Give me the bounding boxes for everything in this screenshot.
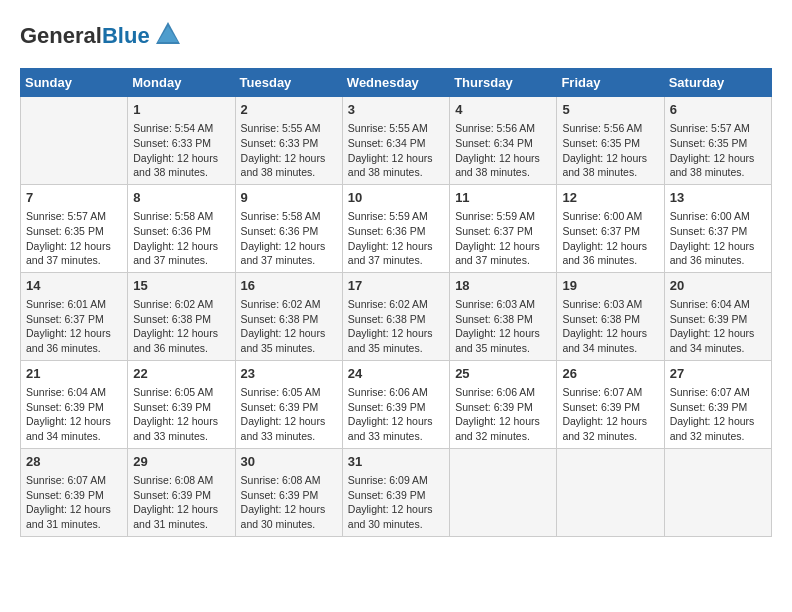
calendar-cell xyxy=(557,448,664,536)
day-info: Sunrise: 6:00 AM Sunset: 6:37 PM Dayligh… xyxy=(562,209,658,268)
calendar-cell: 8Sunrise: 5:58 AM Sunset: 6:36 PM Daylig… xyxy=(128,184,235,272)
day-number: 30 xyxy=(241,453,337,471)
day-number: 28 xyxy=(26,453,122,471)
calendar-cell: 26Sunrise: 6:07 AM Sunset: 6:39 PM Dayli… xyxy=(557,360,664,448)
logo: GeneralBlue xyxy=(20,20,182,52)
calendar-week-row: 21Sunrise: 6:04 AM Sunset: 6:39 PM Dayli… xyxy=(21,360,772,448)
calendar-cell: 17Sunrise: 6:02 AM Sunset: 6:38 PM Dayli… xyxy=(342,272,449,360)
calendar-cell: 31Sunrise: 6:09 AM Sunset: 6:39 PM Dayli… xyxy=(342,448,449,536)
calendar-cell: 23Sunrise: 6:05 AM Sunset: 6:39 PM Dayli… xyxy=(235,360,342,448)
day-info: Sunrise: 6:02 AM Sunset: 6:38 PM Dayligh… xyxy=(133,297,229,356)
calendar-week-row: 7Sunrise: 5:57 AM Sunset: 6:35 PM Daylig… xyxy=(21,184,772,272)
calendar-cell: 16Sunrise: 6:02 AM Sunset: 6:38 PM Dayli… xyxy=(235,272,342,360)
calendar-cell: 18Sunrise: 6:03 AM Sunset: 6:38 PM Dayli… xyxy=(450,272,557,360)
day-info: Sunrise: 5:57 AM Sunset: 6:35 PM Dayligh… xyxy=(26,209,122,268)
day-info: Sunrise: 6:05 AM Sunset: 6:39 PM Dayligh… xyxy=(241,385,337,444)
day-number: 1 xyxy=(133,101,229,119)
day-info: Sunrise: 6:02 AM Sunset: 6:38 PM Dayligh… xyxy=(241,297,337,356)
day-info: Sunrise: 6:00 AM Sunset: 6:37 PM Dayligh… xyxy=(670,209,766,268)
page-header: GeneralBlue xyxy=(20,20,772,52)
day-info: Sunrise: 6:08 AM Sunset: 6:39 PM Dayligh… xyxy=(133,473,229,532)
day-number: 13 xyxy=(670,189,766,207)
calendar-cell: 11Sunrise: 5:59 AM Sunset: 6:37 PM Dayli… xyxy=(450,184,557,272)
day-number: 20 xyxy=(670,277,766,295)
column-header-tuesday: Tuesday xyxy=(235,69,342,97)
calendar-cell: 21Sunrise: 6:04 AM Sunset: 6:39 PM Dayli… xyxy=(21,360,128,448)
day-number: 18 xyxy=(455,277,551,295)
calendar-cell: 19Sunrise: 6:03 AM Sunset: 6:38 PM Dayli… xyxy=(557,272,664,360)
calendar-cell: 6Sunrise: 5:57 AM Sunset: 6:35 PM Daylig… xyxy=(664,97,771,185)
column-header-sunday: Sunday xyxy=(21,69,128,97)
day-number: 2 xyxy=(241,101,337,119)
logo-blue: Blue xyxy=(102,23,150,48)
day-number: 26 xyxy=(562,365,658,383)
calendar-cell: 2Sunrise: 5:55 AM Sunset: 6:33 PM Daylig… xyxy=(235,97,342,185)
day-number: 22 xyxy=(133,365,229,383)
calendar-cell: 22Sunrise: 6:05 AM Sunset: 6:39 PM Dayli… xyxy=(128,360,235,448)
day-info: Sunrise: 6:06 AM Sunset: 6:39 PM Dayligh… xyxy=(455,385,551,444)
column-header-saturday: Saturday xyxy=(664,69,771,97)
day-info: Sunrise: 5:57 AM Sunset: 6:35 PM Dayligh… xyxy=(670,121,766,180)
calendar-cell: 29Sunrise: 6:08 AM Sunset: 6:39 PM Dayli… xyxy=(128,448,235,536)
calendar-header-row: SundayMondayTuesdayWednesdayThursdayFrid… xyxy=(21,69,772,97)
day-info: Sunrise: 6:07 AM Sunset: 6:39 PM Dayligh… xyxy=(670,385,766,444)
day-info: Sunrise: 6:05 AM Sunset: 6:39 PM Dayligh… xyxy=(133,385,229,444)
day-info: Sunrise: 6:02 AM Sunset: 6:38 PM Dayligh… xyxy=(348,297,444,356)
day-number: 10 xyxy=(348,189,444,207)
day-info: Sunrise: 5:58 AM Sunset: 6:36 PM Dayligh… xyxy=(241,209,337,268)
calendar-cell: 14Sunrise: 6:01 AM Sunset: 6:37 PM Dayli… xyxy=(21,272,128,360)
calendar-cell: 10Sunrise: 5:59 AM Sunset: 6:36 PM Dayli… xyxy=(342,184,449,272)
calendar-cell: 13Sunrise: 6:00 AM Sunset: 6:37 PM Dayli… xyxy=(664,184,771,272)
day-info: Sunrise: 5:56 AM Sunset: 6:34 PM Dayligh… xyxy=(455,121,551,180)
calendar-cell: 24Sunrise: 6:06 AM Sunset: 6:39 PM Dayli… xyxy=(342,360,449,448)
calendar-cell: 1Sunrise: 5:54 AM Sunset: 6:33 PM Daylig… xyxy=(128,97,235,185)
calendar-cell xyxy=(664,448,771,536)
day-info: Sunrise: 5:55 AM Sunset: 6:33 PM Dayligh… xyxy=(241,121,337,180)
calendar-cell: 3Sunrise: 5:55 AM Sunset: 6:34 PM Daylig… xyxy=(342,97,449,185)
day-number: 29 xyxy=(133,453,229,471)
day-info: Sunrise: 6:08 AM Sunset: 6:39 PM Dayligh… xyxy=(241,473,337,532)
day-number: 8 xyxy=(133,189,229,207)
day-number: 31 xyxy=(348,453,444,471)
calendar-week-row: 14Sunrise: 6:01 AM Sunset: 6:37 PM Dayli… xyxy=(21,272,772,360)
day-info: Sunrise: 5:58 AM Sunset: 6:36 PM Dayligh… xyxy=(133,209,229,268)
column-header-friday: Friday xyxy=(557,69,664,97)
day-number: 21 xyxy=(26,365,122,383)
day-info: Sunrise: 6:01 AM Sunset: 6:37 PM Dayligh… xyxy=(26,297,122,356)
calendar-cell xyxy=(450,448,557,536)
day-number: 16 xyxy=(241,277,337,295)
column-header-monday: Monday xyxy=(128,69,235,97)
calendar-cell: 25Sunrise: 6:06 AM Sunset: 6:39 PM Dayli… xyxy=(450,360,557,448)
calendar-cell: 5Sunrise: 5:56 AM Sunset: 6:35 PM Daylig… xyxy=(557,97,664,185)
column-header-thursday: Thursday xyxy=(450,69,557,97)
calendar-cell: 15Sunrise: 6:02 AM Sunset: 6:38 PM Dayli… xyxy=(128,272,235,360)
day-info: Sunrise: 6:03 AM Sunset: 6:38 PM Dayligh… xyxy=(562,297,658,356)
day-number: 14 xyxy=(26,277,122,295)
day-number: 27 xyxy=(670,365,766,383)
calendar-week-row: 28Sunrise: 6:07 AM Sunset: 6:39 PM Dayli… xyxy=(21,448,772,536)
calendar-cell: 20Sunrise: 6:04 AM Sunset: 6:39 PM Dayli… xyxy=(664,272,771,360)
day-info: Sunrise: 5:55 AM Sunset: 6:34 PM Dayligh… xyxy=(348,121,444,180)
day-number: 12 xyxy=(562,189,658,207)
day-number: 17 xyxy=(348,277,444,295)
day-info: Sunrise: 6:06 AM Sunset: 6:39 PM Dayligh… xyxy=(348,385,444,444)
calendar-cell xyxy=(21,97,128,185)
day-number: 5 xyxy=(562,101,658,119)
calendar-cell: 12Sunrise: 6:00 AM Sunset: 6:37 PM Dayli… xyxy=(557,184,664,272)
day-number: 6 xyxy=(670,101,766,119)
calendar-cell: 9Sunrise: 5:58 AM Sunset: 6:36 PM Daylig… xyxy=(235,184,342,272)
day-info: Sunrise: 5:59 AM Sunset: 6:37 PM Dayligh… xyxy=(455,209,551,268)
calendar-cell: 4Sunrise: 5:56 AM Sunset: 6:34 PM Daylig… xyxy=(450,97,557,185)
day-info: Sunrise: 6:03 AM Sunset: 6:38 PM Dayligh… xyxy=(455,297,551,356)
day-number: 15 xyxy=(133,277,229,295)
day-number: 7 xyxy=(26,189,122,207)
day-info: Sunrise: 5:54 AM Sunset: 6:33 PM Dayligh… xyxy=(133,121,229,180)
calendar-table: SundayMondayTuesdayWednesdayThursdayFrid… xyxy=(20,68,772,537)
day-info: Sunrise: 6:04 AM Sunset: 6:39 PM Dayligh… xyxy=(26,385,122,444)
calendar-cell: 27Sunrise: 6:07 AM Sunset: 6:39 PM Dayli… xyxy=(664,360,771,448)
day-number: 23 xyxy=(241,365,337,383)
day-number: 4 xyxy=(455,101,551,119)
svg-marker-1 xyxy=(158,26,178,42)
column-header-wednesday: Wednesday xyxy=(342,69,449,97)
day-number: 24 xyxy=(348,365,444,383)
